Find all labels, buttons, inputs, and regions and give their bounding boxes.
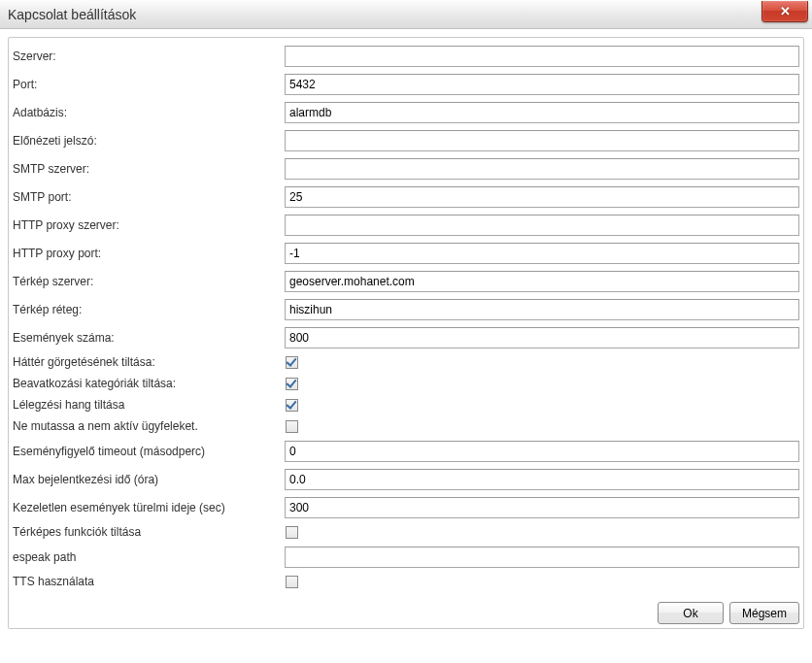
label-disable-bg-scroll: Háttér görgetésének tiltása: bbox=[13, 355, 285, 369]
disable-map-functions-checkbox[interactable] bbox=[286, 526, 298, 539]
label-disable-intervention-cat: Beavatkozási kategóriák tiltása: bbox=[13, 377, 285, 390]
checkbox-cell bbox=[285, 576, 801, 588]
http-proxy-server-input[interactable] bbox=[285, 215, 799, 236]
row-server: Szerver: bbox=[13, 42, 801, 70]
label-disable-breath-sound: Lélegzési hang tiltása bbox=[13, 398, 285, 412]
max-login-time-input[interactable] bbox=[285, 469, 799, 490]
row-max-login-time: Max bejelentkezési idő (óra) bbox=[13, 465, 801, 493]
map-server-input[interactable] bbox=[285, 271, 799, 292]
label-port: Port: bbox=[13, 78, 285, 91]
event-monitor-timeout-input[interactable] bbox=[285, 441, 799, 462]
titlebar: Kapcsolat beállítások ✕ bbox=[0, 0, 812, 29]
window-title: Kapcsolat beállítások bbox=[8, 7, 136, 22]
label-server: Szerver: bbox=[13, 50, 285, 63]
checkbox-cell bbox=[285, 399, 801, 412]
row-smtp-port: SMTP port: bbox=[13, 182, 801, 211]
row-port: Port: bbox=[13, 70, 801, 98]
label-espeak-path: espeak path bbox=[13, 550, 285, 564]
label-event-monitor-timeout: Eseményfigyelő timeout (másodperc) bbox=[13, 445, 285, 458]
label-preview-password: Előnézeti jelszó: bbox=[13, 134, 285, 148]
form-panel: Szerver: Port: Adatbázis: Előnézeti jels… bbox=[8, 37, 804, 629]
smtp-port-input[interactable] bbox=[285, 186, 799, 208]
label-smtp-port: SMTP port: bbox=[13, 190, 285, 204]
label-database: Adatbázis: bbox=[13, 106, 285, 119]
checkbox-cell bbox=[285, 420, 801, 433]
content-area: Szerver: Port: Adatbázis: Előnézeti jels… bbox=[0, 29, 812, 637]
server-input[interactable] bbox=[285, 46, 799, 67]
label-event-count: Események száma: bbox=[13, 331, 285, 345]
port-input[interactable] bbox=[285, 74, 799, 95]
label-smtp-server: SMTP szerver: bbox=[13, 162, 285, 176]
close-icon: ✕ bbox=[780, 4, 791, 18]
label-use-tts: TTS használata bbox=[13, 575, 285, 588]
map-layer-input[interactable] bbox=[285, 299, 799, 320]
database-input[interactable] bbox=[285, 102, 799, 123]
cancel-button[interactable]: Mégsem bbox=[729, 602, 799, 624]
event-count-input[interactable] bbox=[285, 327, 799, 348]
button-row: Ok Mégsem bbox=[13, 592, 801, 626]
http-proxy-port-input[interactable] bbox=[285, 243, 799, 264]
row-espeak-path: espeak path bbox=[13, 543, 801, 571]
label-disable-map-functions: Térképes funkciók tiltása bbox=[13, 525, 285, 539]
row-disable-intervention-cat: Beavatkozási kategóriák tiltása: bbox=[13, 373, 801, 394]
label-map-server: Térkép szerver: bbox=[13, 275, 285, 288]
disable-intervention-cat-checkbox[interactable] bbox=[286, 378, 298, 390]
checkbox-cell bbox=[285, 378, 801, 390]
espeak-path-input[interactable] bbox=[285, 547, 799, 568]
close-button[interactable]: ✕ bbox=[761, 1, 808, 22]
use-tts-checkbox[interactable] bbox=[286, 576, 298, 588]
row-map-layer: Térkép réteg: bbox=[13, 295, 801, 323]
label-map-layer: Térkép réteg: bbox=[13, 303, 285, 316]
smtp-server-input[interactable] bbox=[285, 158, 799, 180]
hide-inactive-clients-checkbox[interactable] bbox=[286, 420, 298, 433]
row-hide-inactive-clients: Ne mutassa a nem aktív ügyfeleket. bbox=[13, 415, 801, 437]
checkbox-cell bbox=[285, 526, 801, 539]
row-unhandled-grace: Kezeletlen események türelmi ideje (sec) bbox=[13, 493, 801, 521]
row-http-proxy-server: HTTP proxy szerver: bbox=[13, 211, 801, 239]
label-unhandled-grace: Kezeletlen események türelmi ideje (sec) bbox=[13, 501, 285, 514]
row-event-count: Események száma: bbox=[13, 323, 801, 351]
row-database: Adatbázis: bbox=[13, 98, 801, 126]
disable-bg-scroll-checkbox[interactable] bbox=[286, 356, 298, 369]
checkbox-cell bbox=[285, 356, 801, 369]
label-http-proxy-port: HTTP proxy port: bbox=[13, 247, 285, 260]
row-disable-breath-sound: Lélegzési hang tiltása bbox=[13, 394, 801, 415]
row-http-proxy-port: HTTP proxy port: bbox=[13, 239, 801, 267]
disable-breath-sound-checkbox[interactable] bbox=[286, 399, 298, 412]
row-use-tts: TTS használata bbox=[13, 571, 801, 592]
label-http-proxy-server: HTTP proxy szerver: bbox=[13, 218, 285, 232]
row-disable-bg-scroll: Háttér görgetésének tiltása: bbox=[13, 351, 801, 373]
preview-password-input[interactable] bbox=[285, 130, 799, 151]
row-event-monitor-timeout: Eseményfigyelő timeout (másodperc) bbox=[13, 437, 801, 465]
unhandled-grace-input[interactable] bbox=[285, 497, 799, 518]
label-hide-inactive-clients: Ne mutassa a nem aktív ügyfeleket. bbox=[13, 419, 285, 433]
row-preview-password: Előnézeti jelszó: bbox=[13, 126, 801, 154]
row-map-server: Térkép szerver: bbox=[13, 267, 801, 295]
ok-button[interactable]: Ok bbox=[658, 602, 724, 624]
row-smtp-server: SMTP szerver: bbox=[13, 154, 801, 182]
row-disable-map-functions: Térképes funkciók tiltása bbox=[13, 521, 801, 543]
label-max-login-time: Max bejelentkezési idő (óra) bbox=[13, 473, 285, 486]
